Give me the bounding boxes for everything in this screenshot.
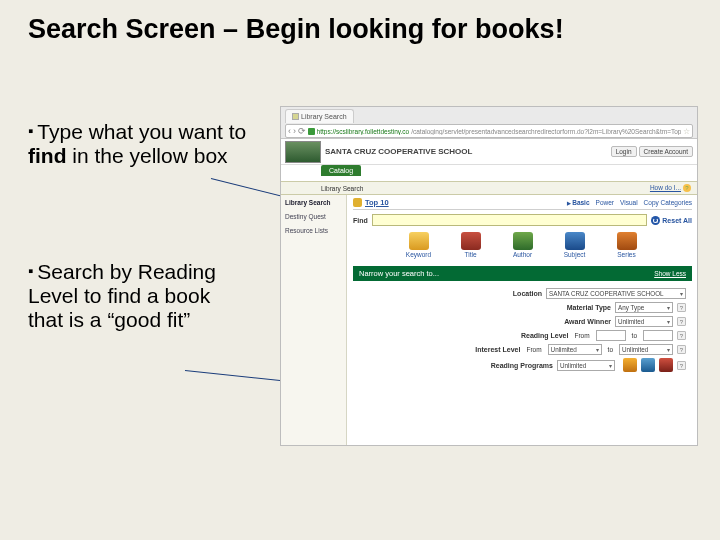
reading-level-label: Reading Level — [480, 332, 568, 339]
narrow-form: Location SANTA CRUZ COOPERATIVE SCHOOL▾ … — [353, 281, 692, 377]
search-mode-tabs: Basic Power Visual Copy Categories — [567, 199, 692, 206]
browser-tab-label: Library Search — [301, 113, 347, 120]
nav-fwd-icon[interactable]: › — [293, 126, 296, 136]
material-type-select[interactable]: Any Type▾ — [615, 302, 673, 313]
search-series-label: Series — [608, 251, 646, 258]
search-author-label: Author — [504, 251, 542, 258]
program-icon-2[interactable] — [641, 358, 655, 372]
search-subject-button[interactable]: Subject — [556, 232, 594, 258]
author-icon — [513, 232, 533, 250]
reading-to-label: to — [632, 332, 637, 339]
sidebar: Library Search Destiny Quest Resource Li… — [281, 195, 347, 445]
bullet-1-text-b: in the yellow box — [66, 144, 227, 167]
reset-all-button[interactable]: Reset All — [651, 216, 692, 225]
search-keyword-button[interactable]: Keyword — [400, 232, 438, 258]
location-label: Location — [454, 290, 542, 297]
title-icon — [461, 232, 481, 250]
chevron-down-icon: ▾ — [667, 318, 670, 325]
address-bar[interactable]: ‹ › ⟳ https://scslibrary.follettdestiny.… — [285, 124, 693, 138]
url-host: https://scslibrary.follettdestiny.com — [317, 128, 410, 135]
search-series-button[interactable]: Series — [608, 232, 646, 258]
search-type-buttons: Keyword Title Author Subject Series — [353, 232, 692, 258]
narrow-search-title: Narrow your search to... — [359, 269, 439, 278]
sidebar-item-library-search[interactable]: Library Search — [285, 199, 344, 206]
how-do-i-link[interactable]: How do I...? — [650, 184, 691, 192]
reading-program-icons — [623, 358, 673, 372]
interest-to-select[interactable]: Unlimited▾ — [619, 344, 673, 355]
browser-tab[interactable]: Library Search — [285, 109, 354, 123]
mode-copy-categories[interactable]: Copy Categories — [644, 199, 692, 206]
subject-icon — [565, 232, 585, 250]
main-area: Library Search Destiny Quest Resource Li… — [281, 195, 697, 445]
sidebar-item-destiny-quest[interactable]: Destiny Quest — [285, 213, 344, 220]
chevron-down-icon: ▾ — [596, 346, 599, 353]
help-icon: ? — [683, 184, 691, 192]
help-icon[interactable]: ? — [677, 317, 686, 326]
interest-from-label: From — [526, 346, 541, 353]
program-icon-3[interactable] — [659, 358, 673, 372]
bookmark-star-icon[interactable]: ☆ — [683, 127, 690, 136]
interest-from-select[interactable]: Unlimited▾ — [548, 344, 602, 355]
award-winner-select[interactable]: Unlimited▾ — [615, 316, 673, 327]
reading-level-from-input[interactable] — [596, 330, 626, 341]
keyword-icon — [409, 232, 429, 250]
library-search-subtab[interactable]: Library Search — [321, 185, 363, 192]
catalog-tab-row: Catalog — [281, 165, 697, 181]
trophy-icon — [353, 198, 362, 207]
bullet-marker: ▪ — [28, 262, 33, 279]
school-name: SANTA CRUZ COOPERATIVE SCHOOL — [325, 147, 472, 156]
create-account-button[interactable]: Create Account — [639, 146, 693, 157]
help-icon[interactable]: ? — [677, 331, 686, 340]
slide-title: Search Screen – Begin looking for books! — [28, 14, 564, 45]
chevron-down-icon: ▾ — [609, 362, 612, 369]
login-button[interactable]: Login — [611, 146, 637, 157]
help-icon[interactable]: ? — [677, 361, 686, 370]
nav-reload-icon[interactable]: ⟳ — [298, 126, 306, 136]
search-title-button[interactable]: Title — [452, 232, 490, 258]
location-select[interactable]: SANTA CRUZ COOPERATIVE SCHOOL▾ — [546, 288, 686, 299]
interest-to-label: to — [608, 346, 613, 353]
narrow-search-bar: Narrow your search to... Show Less — [353, 266, 692, 281]
mode-basic[interactable]: Basic — [567, 199, 590, 206]
lock-icon — [308, 128, 315, 135]
reset-all-label: Reset All — [662, 217, 692, 224]
page-icon — [292, 113, 299, 120]
content-area: Top 10 Basic Power Visual Copy Categorie… — [347, 195, 697, 445]
nav-back-icon[interactable]: ‹ — [288, 126, 291, 136]
url-path: /cataloging/servlet/presentadvancedsearc… — [411, 128, 681, 135]
chevron-down-icon: ▾ — [680, 290, 683, 297]
find-input[interactable] — [372, 214, 648, 226]
reading-level-to-input[interactable] — [643, 330, 673, 341]
bullet-1-bold: find — [28, 144, 66, 167]
help-icon[interactable]: ? — [677, 303, 686, 312]
bullet-marker: ▪ — [28, 122, 33, 139]
browser-chrome: Library Search ‹ › ⟳ https://scslibrary.… — [281, 107, 697, 139]
reading-programs-label: Reading Programs — [465, 362, 553, 369]
mode-power[interactable]: Power — [596, 199, 614, 206]
search-author-button[interactable]: Author — [504, 232, 542, 258]
top-10-link[interactable]: Top 10 — [365, 198, 389, 207]
reading-from-label: From — [574, 332, 589, 339]
site-header: SANTA CRUZ COOPERATIVE SCHOOL Login Crea… — [281, 139, 697, 165]
award-winner-label: Award Winner — [523, 318, 611, 325]
bullet-1: ▪Type what you want to find in the yello… — [28, 120, 248, 168]
help-icon[interactable]: ? — [677, 345, 686, 354]
subtab-row: Library Search How do I...? — [281, 181, 697, 195]
bullet-1-text-a: Type what you want to — [37, 120, 246, 143]
sidebar-item-resource-lists[interactable]: Resource Lists — [285, 227, 344, 234]
interest-level-label: Interest Level — [432, 346, 520, 353]
search-title-label: Title — [452, 251, 490, 258]
reading-programs-select[interactable]: Unlimited▾ — [557, 360, 615, 371]
program-icon-1[interactable] — [623, 358, 637, 372]
chevron-down-icon: ▾ — [667, 304, 670, 311]
material-type-label: Material Type — [523, 304, 611, 311]
bullet-2-text: Search by Reading Level to find a book t… — [28, 260, 216, 331]
reset-icon — [651, 216, 660, 225]
find-label: Find — [353, 217, 368, 224]
school-thumbnail — [285, 141, 321, 163]
catalog-tab[interactable]: Catalog — [321, 165, 361, 176]
show-less-link[interactable]: Show Less — [654, 270, 686, 277]
mode-visual[interactable]: Visual — [620, 199, 638, 206]
bullet-2: ▪Search by Reading Level to find a book … — [28, 260, 248, 332]
browser-screenshot: Library Search ‹ › ⟳ https://scslibrary.… — [280, 106, 698, 446]
